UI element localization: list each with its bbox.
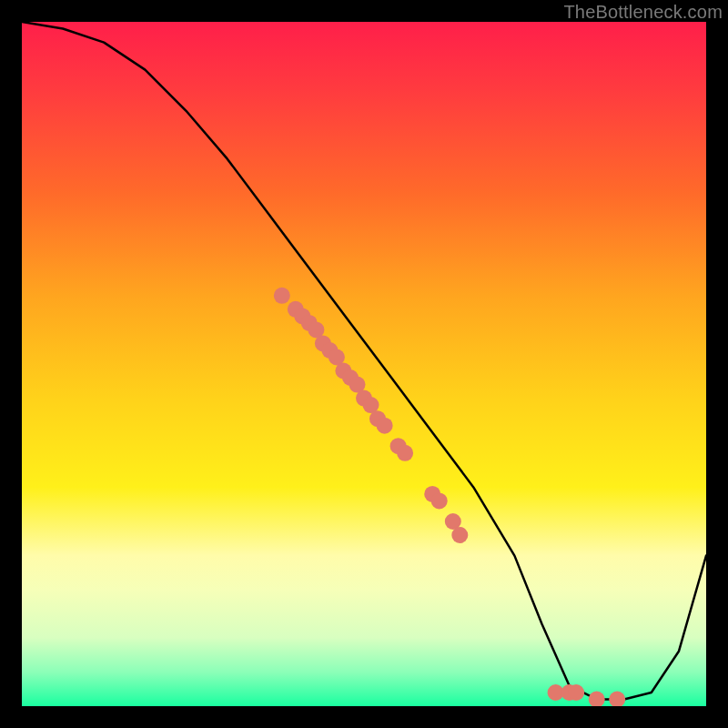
scatter-point (568, 684, 584, 701)
chart-stage: TheBottleneck.com (0, 0, 728, 728)
chart-plot-area (22, 22, 706, 706)
chart-curve (22, 22, 706, 700)
scatter-point (377, 418, 393, 434)
scatter-point (397, 445, 413, 461)
chart-scatter-points (274, 288, 625, 706)
scatter-point (274, 288, 290, 304)
scatter-point (609, 692, 625, 707)
scatter-point (431, 492, 448, 509)
chart-svg (22, 22, 706, 706)
watermark-label: TheBottleneck.com (563, 2, 723, 23)
scatter-point (451, 527, 468, 543)
scatter-point (589, 692, 605, 707)
